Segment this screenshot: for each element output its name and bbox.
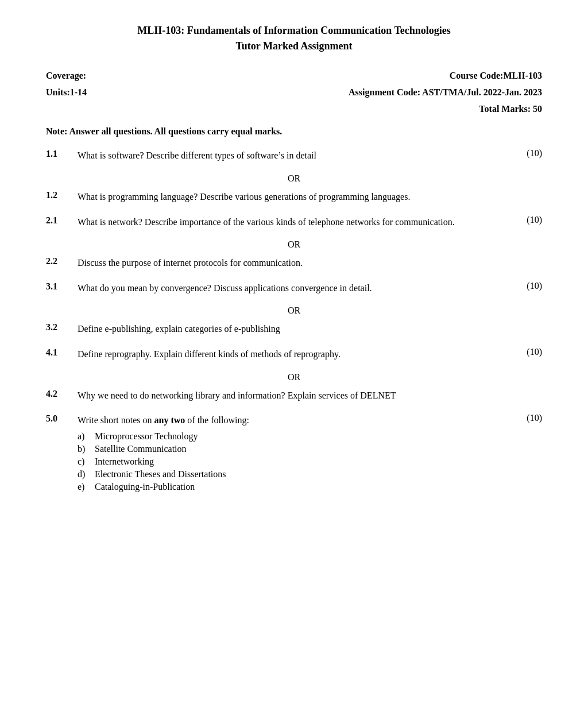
course-code-value: MLII-103 xyxy=(503,71,542,80)
total-marks-value: 50 xyxy=(533,104,542,114)
question-text: What is software? Describe different typ… xyxy=(78,148,513,163)
question-number: 5.0 xyxy=(46,413,78,424)
question-number: 2.2 xyxy=(46,256,78,266)
total-marks: Total Marks: 50 xyxy=(349,101,542,118)
meta-right: Course Code:MLII-103 Assignment Code: AS… xyxy=(349,68,542,117)
question-block: 3.1What do you mean by convergence? Disc… xyxy=(46,281,542,296)
question-number: 4.1 xyxy=(46,347,78,358)
or-divider: OR xyxy=(46,372,542,382)
question-text: What do you mean by convergence? Discuss… xyxy=(78,281,513,296)
title-line1: MLII-103: Fundamentals of Information Co… xyxy=(46,23,542,38)
course-code: Course Code:MLII-103 xyxy=(349,68,542,84)
question-number: 4.2 xyxy=(46,388,78,399)
question-text: What is network? Describe importance of … xyxy=(78,215,513,230)
meta-left: Coverage: Units:1-14 xyxy=(46,68,87,117)
meta-section: Coverage: Units:1-14 Course Code:MLII-10… xyxy=(46,68,542,117)
question-text: Define reprography. Explain different ki… xyxy=(78,347,513,362)
sub-list: a)Microprocessor Technologyb)Satellite C… xyxy=(78,431,542,492)
or-divider: OR xyxy=(46,306,542,316)
question-text: Define e-publishing, explain categories … xyxy=(78,322,542,337)
list-item-label: e) xyxy=(78,482,95,492)
question-row: 2.1What is network? Describe importance … xyxy=(46,215,542,230)
question-row: 3.1What do you mean by convergence? Disc… xyxy=(46,281,542,296)
units-label: Units:1-14 xyxy=(46,84,87,101)
coverage-label: Coverage: xyxy=(46,68,87,84)
list-item-text: Electronic Theses and Dissertations xyxy=(95,469,226,479)
question-row: 1.1What is software? Describe different … xyxy=(46,148,542,163)
question-block: 5.0Write short notes on any two of the f… xyxy=(46,413,542,492)
question-text: What is programming language? Describe v… xyxy=(78,190,542,204)
list-item-label: c) xyxy=(78,457,95,467)
total-marks-label: Total Marks: xyxy=(479,104,531,114)
question-marks: (10) xyxy=(513,215,542,225)
question-block: 4.2Why we need to do networking library … xyxy=(46,388,542,403)
question-marks: (10) xyxy=(513,148,542,158)
or-divider: OR xyxy=(46,239,542,250)
question-text: Discuss the purpose of internet protocol… xyxy=(78,256,542,270)
assignment-code: Assignment Code: AST/TMA/Jul. 2022-Jan. … xyxy=(349,84,542,101)
question-row: 5.0Write short notes on any two of the f… xyxy=(46,413,542,428)
list-item: d)Electronic Theses and Dissertations xyxy=(78,469,542,479)
assignment-code-label: Assignment Code: xyxy=(349,87,420,97)
list-item-label: a) xyxy=(78,431,95,442)
list-item-text: Microprocessor Technology xyxy=(95,431,198,442)
question-block: 4.1Define reprography. Explain different… xyxy=(46,347,542,362)
question-block: 3.2Define e-publishing, explain categori… xyxy=(46,322,542,337)
assignment-code-value: AST/TMA/Jul. 2022-Jan. 2023 xyxy=(422,87,542,97)
or-divider: OR xyxy=(46,173,542,184)
list-item: c)Internetworking xyxy=(78,457,542,467)
question-row: 2.2Discuss the purpose of internet proto… xyxy=(46,256,542,270)
question-row: 3.2Define e-publishing, explain categori… xyxy=(46,322,542,337)
question-row: 4.1Define reprography. Explain different… xyxy=(46,347,542,362)
question-marks: (10) xyxy=(513,413,542,423)
course-code-label: Course Code: xyxy=(450,71,504,80)
question-number: 1.2 xyxy=(46,190,78,200)
note-line: Note: Answer all questions. All question… xyxy=(46,126,542,137)
list-item-label: d) xyxy=(78,469,95,479)
list-item-text: Satellite Communication xyxy=(95,444,187,454)
question-text: Why we need to do networking library and… xyxy=(78,388,542,403)
question-number: 3.1 xyxy=(46,281,78,292)
question-block: 2.1What is network? Describe importance … xyxy=(46,215,542,230)
list-item: e)Cataloguing-in-Publication xyxy=(78,482,542,492)
question-number: 1.1 xyxy=(46,148,78,159)
list-item-text: Cataloguing-in-Publication xyxy=(95,482,195,492)
question-row: 4.2Why we need to do networking library … xyxy=(46,388,542,403)
list-item: b)Satellite Communication xyxy=(78,444,542,454)
question-block: 1.1What is software? Describe different … xyxy=(46,148,542,163)
question-block: 2.2Discuss the purpose of internet proto… xyxy=(46,256,542,270)
question-number: 2.1 xyxy=(46,215,78,226)
question-marks: (10) xyxy=(513,281,542,291)
questions-container: 1.1What is software? Describe different … xyxy=(46,148,542,492)
list-item-label: b) xyxy=(78,444,95,454)
title-line2: Tutor Marked Assignment xyxy=(46,38,542,54)
question-marks: (10) xyxy=(513,347,542,357)
list-item-text: Internetworking xyxy=(95,457,154,467)
question-number: 3.2 xyxy=(46,322,78,332)
question-row: 1.2What is programming language? Describ… xyxy=(46,190,542,204)
page-header: MLII-103: Fundamentals of Information Co… xyxy=(46,23,542,54)
question-text: Write short notes on any two of the foll… xyxy=(78,413,513,428)
list-item: a)Microprocessor Technology xyxy=(78,431,542,442)
question-block: 1.2What is programming language? Describ… xyxy=(46,190,542,204)
